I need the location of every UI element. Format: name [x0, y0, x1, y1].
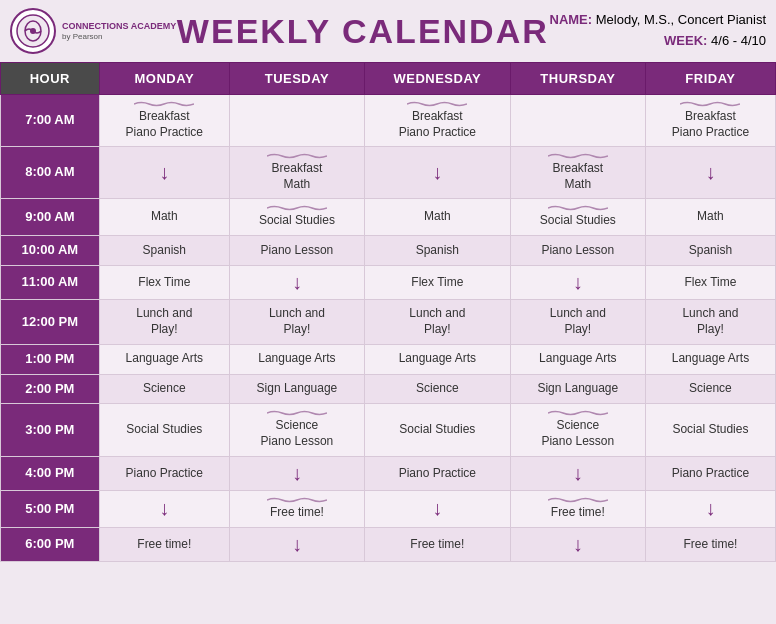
arrow-down-icon: ↓	[705, 162, 715, 182]
day-cell: Piano Lesson	[510, 235, 645, 265]
logo-area: CONNECTIONS ACADEMY by Pearson	[10, 8, 176, 54]
day-cell: Free time!	[510, 491, 645, 528]
day-cell: ↓	[99, 491, 229, 528]
calendar-table: HOUR MONDAY TUESDAY WEDNESDAY THURSDAY F…	[0, 62, 776, 562]
day-cell: Science	[364, 374, 510, 404]
day-cell: Lunch andPlay!	[645, 300, 775, 344]
table-row: 9:00 AMMathSocial StudiesMathSocial Stud…	[1, 199, 776, 236]
week-line: WEEK: 4/6 - 4/10	[550, 31, 767, 52]
day-cell: Sign Language	[510, 374, 645, 404]
day-cell: Piano Practice	[645, 456, 775, 491]
day-cell: BreakfastMath	[510, 147, 645, 199]
day-cell: Lunch andPlay!	[510, 300, 645, 344]
week-label: WEEK:	[664, 33, 707, 48]
day-cell: Science	[99, 374, 229, 404]
wavy-cell-content: BreakfastMath	[234, 153, 360, 192]
arrow-down-icon: ↓	[292, 272, 302, 292]
day-cell: ↓	[364, 147, 510, 199]
arrow-down-icon: ↓	[432, 162, 442, 182]
day-cell: Piano Lesson	[229, 235, 364, 265]
wavy-cell-content: Social Studies	[515, 205, 641, 229]
arrow-down-icon: ↓	[705, 498, 715, 518]
hour-cell: 8:00 AM	[1, 147, 100, 199]
day-cell: SciencePiano Lesson	[510, 404, 645, 456]
hour-cell: 9:00 AM	[1, 199, 100, 236]
day-cell: Social Studies	[99, 404, 229, 456]
wavy-cell-content: BreakfastPiano Practice	[650, 101, 771, 140]
wavy-cell-content: SciencePiano Lesson	[234, 410, 360, 449]
hour-cell: 1:00 PM	[1, 344, 100, 374]
day-cell: Language Arts	[229, 344, 364, 374]
day-cell: Piano Practice	[364, 456, 510, 491]
day-cell	[510, 95, 645, 147]
day-cell: Lunch andPlay!	[229, 300, 364, 344]
day-cell: SciencePiano Lesson	[229, 404, 364, 456]
day-cell: Sign Language	[229, 374, 364, 404]
table-row: 11:00 AMFlex Time↓Flex Time↓Flex Time	[1, 265, 776, 300]
day-cell: ↓	[645, 147, 775, 199]
wavy-cell-content: SciencePiano Lesson	[515, 410, 641, 449]
table-row: 7:00 AMBreakfastPiano PracticeBreakfastP…	[1, 95, 776, 147]
day-cell: Language Arts	[364, 344, 510, 374]
table-row: 10:00 AMSpanishPiano LessonSpanishPiano …	[1, 235, 776, 265]
arrow-down-icon: ↓	[573, 272, 583, 292]
day-cell	[229, 95, 364, 147]
day-cell: BreakfastMath	[229, 147, 364, 199]
day-cell: Social Studies	[364, 404, 510, 456]
col-hour: HOUR	[1, 63, 100, 95]
arrow-down-icon: ↓	[292, 463, 302, 483]
day-cell: Math	[364, 199, 510, 236]
arrow-down-icon: ↓	[573, 534, 583, 554]
table-row: 1:00 PMLanguage ArtsLanguage ArtsLanguag…	[1, 344, 776, 374]
day-cell: BreakfastPiano Practice	[99, 95, 229, 147]
wavy-cell-content: BreakfastPiano Practice	[104, 101, 225, 140]
day-cell: BreakfastPiano Practice	[364, 95, 510, 147]
hour-cell: 12:00 PM	[1, 300, 100, 344]
hour-cell: 10:00 AM	[1, 235, 100, 265]
day-cell: Lunch andPlay!	[99, 300, 229, 344]
day-cell: Lunch andPlay!	[364, 300, 510, 344]
header-row: HOUR MONDAY TUESDAY WEDNESDAY THURSDAY F…	[1, 63, 776, 95]
day-cell: Language Arts	[99, 344, 229, 374]
day-cell: ↓	[645, 491, 775, 528]
hour-cell: 2:00 PM	[1, 374, 100, 404]
day-cell: Free time!	[364, 527, 510, 562]
wavy-cell-content: BreakfastMath	[515, 153, 641, 192]
col-wednesday: WEDNESDAY	[364, 63, 510, 95]
day-cell: Piano Practice	[99, 456, 229, 491]
hour-cell: 7:00 AM	[1, 95, 100, 147]
day-cell: ↓	[510, 456, 645, 491]
page-title: WEEKLY CALENDAR	[176, 12, 549, 51]
name-line: NAME: Melody, M.S., Concert Pianist	[550, 10, 767, 31]
day-cell: Flex Time	[364, 265, 510, 300]
wavy-cell-content: Free time!	[515, 497, 641, 521]
col-monday: MONDAY	[99, 63, 229, 95]
wavy-cell-content: Social Studies	[234, 205, 360, 229]
arrow-down-icon: ↓	[573, 463, 583, 483]
day-cell: Free time!	[99, 527, 229, 562]
day-cell: Math	[99, 199, 229, 236]
hour-cell: 5:00 PM	[1, 491, 100, 528]
name-week-block: NAME: Melody, M.S., Concert Pianist WEEK…	[550, 10, 767, 52]
day-cell: Social Studies	[510, 199, 645, 236]
table-row: 5:00 PM↓Free time!↓Free time!↓	[1, 491, 776, 528]
day-cell: Spanish	[99, 235, 229, 265]
day-cell: Language Arts	[510, 344, 645, 374]
day-cell: Social Studies	[229, 199, 364, 236]
hour-cell: 6:00 PM	[1, 527, 100, 562]
arrow-down-icon: ↓	[292, 534, 302, 554]
hour-cell: 4:00 PM	[1, 456, 100, 491]
week-value: 4/6 - 4/10	[711, 33, 766, 48]
table-row: 8:00 AM↓BreakfastMath↓BreakfastMath↓	[1, 147, 776, 199]
day-cell: Spanish	[645, 235, 775, 265]
day-cell: Free time!	[229, 491, 364, 528]
day-cell: Free time!	[645, 527, 775, 562]
day-cell: BreakfastPiano Practice	[645, 95, 775, 147]
logo-text-block: CONNECTIONS ACADEMY by Pearson	[62, 21, 176, 41]
day-cell: Science	[645, 374, 775, 404]
day-cell: ↓	[229, 456, 364, 491]
table-row: 6:00 PMFree time!↓Free time!↓Free time!	[1, 527, 776, 562]
day-cell: ↓	[229, 265, 364, 300]
hour-cell: 11:00 AM	[1, 265, 100, 300]
day-cell: ↓	[510, 265, 645, 300]
